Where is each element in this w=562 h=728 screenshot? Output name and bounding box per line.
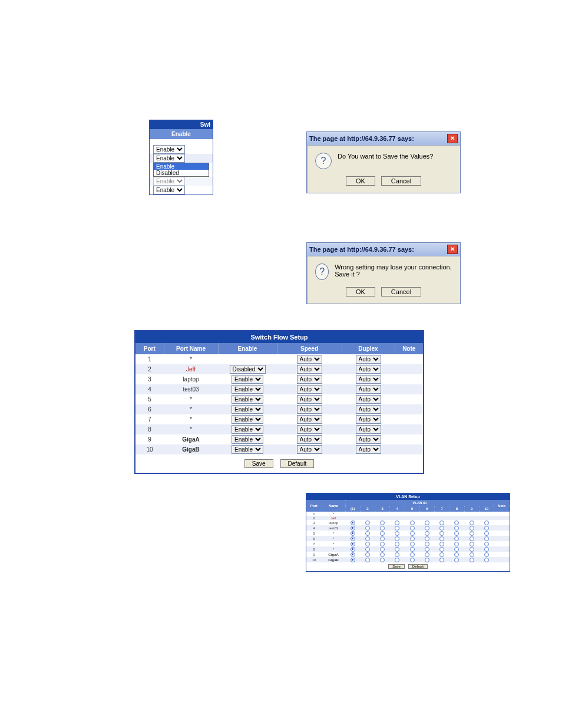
duplex-select[interactable]: Auto <box>356 385 381 394</box>
save-button[interactable]: Save <box>388 564 405 569</box>
speed-select[interactable]: Auto <box>297 395 322 404</box>
vlan-radio[interactable] <box>380 536 385 541</box>
vlan-radio[interactable] <box>425 547 429 552</box>
option-disabled[interactable]: Disabled <box>154 170 209 176</box>
vlan-radio[interactable] <box>395 547 399 552</box>
vlan-radio[interactable] <box>365 552 370 557</box>
vlan-radio[interactable] <box>380 531 385 536</box>
duplex-select[interactable]: Auto <box>356 425 381 434</box>
close-icon[interactable]: ✕ <box>447 245 458 254</box>
enable-select[interactable]: Enable <box>232 435 263 444</box>
duplex-select[interactable]: Auto <box>356 415 381 424</box>
duplex-select[interactable]: Auto <box>356 405 381 414</box>
vlan-radio[interactable] <box>395 531 399 536</box>
speed-select[interactable]: Auto <box>297 425 322 434</box>
default-button[interactable]: Default <box>280 459 315 468</box>
vlan-radio[interactable] <box>425 526 429 531</box>
vlan-radio[interactable] <box>425 552 429 557</box>
enable-select[interactable]: Enable <box>153 186 185 195</box>
vlan-radio[interactable] <box>410 531 415 536</box>
vlan-radio[interactable] <box>380 542 385 546</box>
vlan-radio[interactable] <box>425 542 429 546</box>
vlan-radio[interactable] <box>484 531 489 536</box>
vlan-radio[interactable] <box>439 521 444 525</box>
vlan-radio[interactable] <box>484 547 489 552</box>
vlan-radio[interactable] <box>454 542 459 546</box>
enable-select[interactable]: Enable <box>232 445 263 454</box>
enable-select[interactable]: Enable <box>153 145 185 154</box>
vlan-radio[interactable] <box>425 521 429 525</box>
speed-select[interactable]: Auto <box>297 375 322 384</box>
duplex-select[interactable]: Auto <box>356 365 381 374</box>
vlan-radio[interactable] <box>454 536 459 541</box>
vlan-radio[interactable] <box>454 558 459 562</box>
vlan-radio[interactable] <box>351 521 355 525</box>
vlan-radio[interactable] <box>454 526 459 531</box>
vlan-radio[interactable] <box>395 552 399 557</box>
vlan-radio[interactable] <box>439 526 444 531</box>
vlan-radio[interactable] <box>395 558 399 562</box>
vlan-radio[interactable] <box>351 547 355 552</box>
vlan-radio[interactable] <box>439 536 444 541</box>
vlan-radio[interactable] <box>470 531 474 536</box>
vlan-radio[interactable] <box>410 547 415 552</box>
vlan-radio[interactable] <box>484 526 489 531</box>
vlan-radio[interactable] <box>470 547 474 552</box>
vlan-radio[interactable] <box>484 542 489 546</box>
duplex-select[interactable]: Auto <box>356 355 381 364</box>
vlan-radio[interactable] <box>484 536 489 541</box>
vlan-radio[interactable] <box>410 542 415 546</box>
vlan-radio[interactable] <box>395 542 399 546</box>
enable-select[interactable]: Enable <box>232 415 263 424</box>
vlan-radio[interactable] <box>454 547 459 552</box>
vlan-radio[interactable] <box>351 526 355 531</box>
enable-select[interactable]: Enable <box>232 375 263 384</box>
vlan-radio[interactable] <box>470 558 474 562</box>
vlan-radio[interactable] <box>470 536 474 541</box>
vlan-radio[interactable] <box>365 531 370 536</box>
vlan-radio[interactable] <box>395 521 399 525</box>
enable-select-open[interactable]: Enable Disabled <box>153 163 209 177</box>
speed-select[interactable]: Auto <box>297 365 322 374</box>
close-icon[interactable]: ✕ <box>447 134 458 143</box>
vlan-radio[interactable] <box>395 526 399 531</box>
vlan-radio[interactable] <box>454 552 459 557</box>
vlan-radio[interactable] <box>380 526 385 531</box>
vlan-radio[interactable] <box>365 521 370 525</box>
vlan-radio[interactable] <box>351 552 355 557</box>
vlan-radio[interactable] <box>470 521 474 525</box>
speed-select[interactable]: Auto <box>297 415 322 424</box>
speed-select[interactable]: Auto <box>297 355 322 364</box>
vlan-radio[interactable] <box>365 558 370 562</box>
vlan-radio[interactable] <box>439 552 444 557</box>
vlan-radio[interactable] <box>380 521 385 525</box>
vlan-radio[interactable] <box>351 536 355 541</box>
cancel-button[interactable]: Cancel <box>381 287 421 297</box>
vlan-radio[interactable] <box>470 526 474 531</box>
enable-select[interactable]: Enable <box>153 154 185 163</box>
speed-select[interactable]: Auto <box>297 435 322 444</box>
enable-select[interactable]: Enable <box>232 385 263 394</box>
vlan-radio[interactable] <box>439 547 444 552</box>
vlan-radio[interactable] <box>410 558 415 562</box>
cancel-button[interactable]: Cancel <box>381 176 421 186</box>
vlan-radio[interactable] <box>410 536 415 541</box>
vlan-radio[interactable] <box>351 542 355 546</box>
vlan-radio[interactable] <box>380 547 385 552</box>
vlan-radio[interactable] <box>484 521 489 525</box>
duplex-select[interactable]: Auto <box>356 445 381 454</box>
vlan-radio[interactable] <box>470 542 474 546</box>
vlan-radio[interactable] <box>351 558 355 562</box>
duplex-select[interactable]: Auto <box>356 375 381 384</box>
vlan-radio[interactable] <box>470 552 474 557</box>
vlan-radio[interactable] <box>351 531 355 536</box>
vlan-radio[interactable] <box>425 531 429 536</box>
enable-select[interactable]: Enable <box>232 425 263 434</box>
vlan-radio[interactable] <box>380 552 385 557</box>
vlan-radio[interactable] <box>410 526 415 531</box>
duplex-select[interactable]: Auto <box>356 435 381 444</box>
vlan-radio[interactable] <box>454 521 459 525</box>
vlan-radio[interactable] <box>484 552 489 557</box>
vlan-radio[interactable] <box>439 531 444 536</box>
speed-select[interactable]: Auto <box>297 405 322 414</box>
